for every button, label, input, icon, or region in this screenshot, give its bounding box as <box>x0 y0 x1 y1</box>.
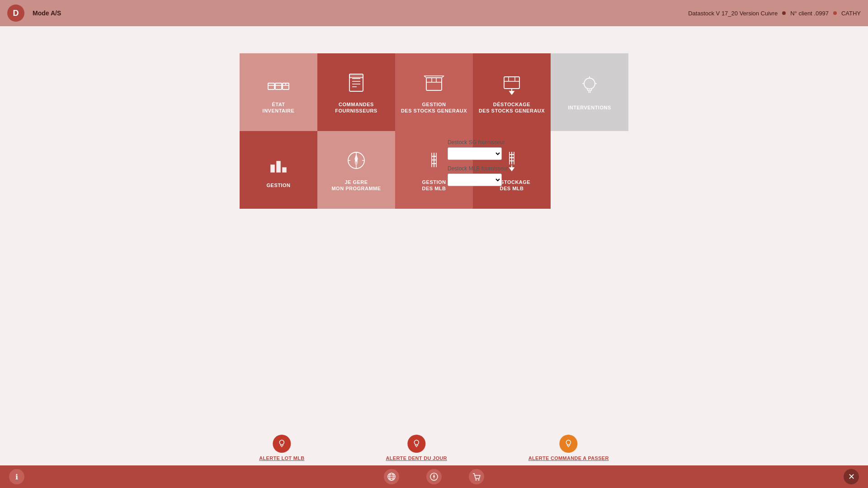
tile-destockage-stocks[interactable]: DÉSTOCKAGE DES STOCKS GENERAUX <box>473 53 551 131</box>
svg-rect-12 <box>349 74 363 78</box>
close-button[interactable]: ✕ <box>844 469 859 484</box>
boxes-svg <box>266 70 291 95</box>
www-button[interactable] <box>384 469 399 484</box>
box-arrow-icon <box>500 70 524 98</box>
alert-lot-mlb-icon <box>273 435 291 453</box>
tiles-grid: ÉTAT INVENTAIRE COMMANDES FOURNISSEURS <box>240 53 628 209</box>
destock-mlb-group: Destock MLB fournisseur <box>448 165 508 186</box>
cart-icon <box>472 472 481 481</box>
tile-etat-inventaire[interactable]: ÉTAT INVENTAIRE <box>240 53 317 131</box>
alert-commande[interactable]: ALERTE COMMANDE A PASSER <box>528 435 609 461</box>
bottom-bar: ℹ ✕ <box>0 465 868 488</box>
alert-commande-icon <box>560 435 578 453</box>
tile-commandes-fournisseurs[interactable]: COMMANDES FOURNISSEURS <box>317 53 395 131</box>
alert-dent-jour-icon <box>407 435 425 453</box>
tile-interventions[interactable]: INTERVENTIONS <box>551 53 628 131</box>
compass-icon <box>344 148 368 175</box>
bulb-icon <box>577 74 602 101</box>
nav-compass-icon <box>429 472 439 481</box>
side-panel: Destock SG fournisseur Destock MLB fourn… <box>443 135 513 191</box>
bottom-center-icons <box>384 469 484 484</box>
tile-commandes-label: COMMANDES FOURNISSEURS <box>335 101 377 114</box>
header: D Mode A/S Datastock V 17_20 Version Cui… <box>0 0 868 26</box>
destock-sg-group: Destock SG fournisseur <box>448 139 508 160</box>
app-logo: D <box>7 5 24 22</box>
list-svg <box>344 70 368 95</box>
svg-marker-41 <box>355 155 358 160</box>
tile-interventions-label: INTERVENTIONS <box>568 104 611 111</box>
tile-gestion[interactable]: GESTION <box>240 131 317 209</box>
svg-rect-1 <box>275 83 282 89</box>
svg-rect-32 <box>271 165 274 172</box>
svg-point-63 <box>566 440 571 445</box>
bulb-alert2-icon <box>411 439 421 449</box>
tile-je-gere-label: JE GERE MON PROGRAMME <box>331 179 381 192</box>
alert-commande-text: ALERTE COMMANDE A PASSER <box>528 455 609 461</box>
svg-marker-25 <box>509 91 514 94</box>
list-icon <box>344 70 368 98</box>
tile-destockage-stocks-label: DÉSTOCKAGE DES STOCKS GENERAUX <box>479 101 545 114</box>
nav-compass-button[interactable] <box>426 469 442 484</box>
svg-point-75 <box>478 479 480 481</box>
bulb-alert3-icon <box>564 439 574 449</box>
www-icon <box>387 472 396 481</box>
alert-lot-mlb-text: ALERTE LOT MLB <box>259 455 304 461</box>
dot-separator2 <box>833 11 837 15</box>
destock-sg-label: Destock SG fournisseur <box>448 139 508 145</box>
destock-mlb-select[interactable] <box>448 174 502 186</box>
alerts-section: ALERTE LOT MLB ALERTE DENT DU JOUR ALERT… <box>259 435 609 461</box>
svg-rect-33 <box>277 161 280 172</box>
boxes-icon <box>266 70 291 98</box>
box-icon <box>422 70 446 98</box>
info-button[interactable]: ℹ <box>9 469 24 484</box>
chart-svg <box>266 151 291 176</box>
svg-rect-20 <box>504 77 519 89</box>
user-label: CATHY <box>841 10 861 17</box>
chart-icon <box>266 151 291 178</box>
tile-gestion-stocks[interactable]: GESTION DES STOCKS GENERAUX <box>395 53 473 131</box>
alert-dent-jour-text: ALERTE DENT DU JOUR <box>386 455 447 461</box>
header-info: Datastock V 17_20 Version Cuivre N° clie… <box>688 10 861 17</box>
svg-point-60 <box>414 440 419 445</box>
tile-gestion-mlb-label: GESTION DES MLB <box>422 179 446 192</box>
svg-rect-0 <box>268 83 274 89</box>
box-arrow-svg <box>500 70 524 95</box>
cart-button[interactable] <box>469 469 484 484</box>
tile-je-gere[interactable]: JE GERE MON PROGRAMME <box>317 131 395 209</box>
datastock-label: Datastock V 17_20 Version Cuivre <box>688 10 778 17</box>
bulb-alert-icon <box>277 439 287 449</box>
svg-rect-34 <box>283 168 286 172</box>
tile-etat-inventaire-label: ÉTAT INVENTAIRE <box>263 101 295 114</box>
alert-dent-jour[interactable]: ALERTE DENT DU JOUR <box>386 435 447 461</box>
compass-svg <box>344 148 368 173</box>
dot-separator1 <box>782 11 786 15</box>
svg-rect-13 <box>426 78 442 90</box>
mode-label: Mode A/S <box>33 9 61 17</box>
svg-point-26 <box>584 78 595 89</box>
svg-marker-42 <box>355 160 358 166</box>
tile-gestion-stocks-label: GESTION DES STOCKS GENERAUX <box>401 101 467 114</box>
bulb-svg <box>577 74 602 98</box>
client-label: N° client .0997 <box>790 10 829 17</box>
tile-gestion-label: GESTION <box>266 182 290 188</box>
svg-point-57 <box>279 440 284 445</box>
destock-sg-select[interactable] <box>448 147 502 160</box>
key-svg <box>422 148 446 173</box>
main-content: ÉTAT INVENTAIRE COMMANDES FOURNISSEURS <box>0 26 868 209</box>
alert-lot-mlb[interactable]: ALERTE LOT MLB <box>259 435 304 461</box>
svg-point-74 <box>476 479 477 481</box>
key-icon <box>422 148 446 175</box>
destock-mlb-label: Destock MLB fournisseur <box>448 165 508 172</box>
box-svg <box>422 70 446 95</box>
